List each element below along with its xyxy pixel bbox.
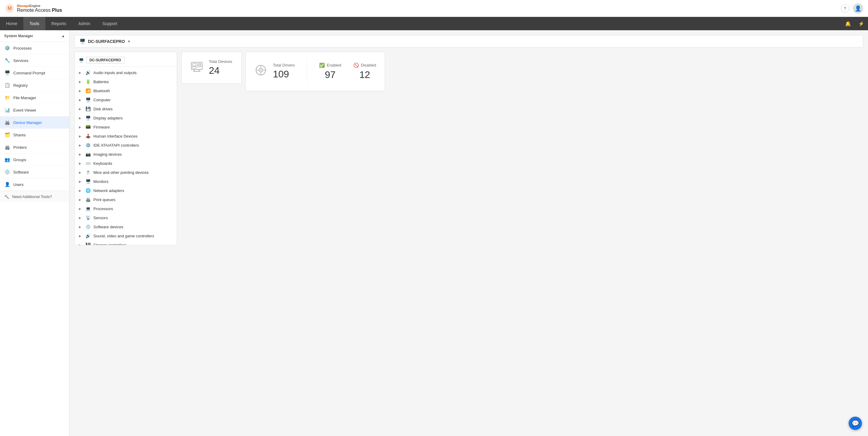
computer-icon: 🖥️ [85,97,91,102]
storage-controllers-icon: 💾 [85,242,91,245]
additional-tools-footer[interactable]: 🔨 Need Additional Tools? [0,191,69,202]
tree-item-sound-video[interactable]: ▶ 🔊 Sound, video and game controllers [75,231,177,240]
help-icon-button[interactable]: ? [841,4,849,13]
nav-home[interactable]: Home [0,17,23,30]
notification-icon[interactable]: 🔔 [841,17,855,30]
tree-label-sensors: Sensors [93,215,108,220]
top-bar: M ManageEngine Remote Access Plus ? 👤 [0,0,868,17]
nav-bar: Home Tools Reports Admin Support 🔔 ⚡ [0,17,868,30]
tree-label-imaging: Imaging devices [93,152,122,156]
sidebar-label-processes: Processes [13,46,32,51]
display-adapters-icon: 🖥️ [85,116,91,120]
nav-tools[interactable]: Tools [23,17,45,30]
bluetooth-icon: 📶 [85,88,91,93]
driver-stats-card: Total Drivers 109 ✅ Enabled 97 [245,52,385,91]
sidebar-item-groups[interactable]: 👥 Groups [0,154,69,166]
tree-item-storage-controllers[interactable]: ▶ 💾 Storage controllers [75,240,177,245]
device-tree-panel: 🖥️ DC-SURFACEPRO ▶ 🔊 Audio inputs and ou… [74,52,177,245]
main-content: 🖥️ DC-SURFACEPRO ▼ 🖥️ DC-SURFACEPRO ▶ 🔊 … [69,30,868,436]
registry-icon: 📋 [4,83,10,88]
tree-root-label: DC-SURFACEPRO [86,57,125,63]
sidebar-collapse-icon[interactable]: ▲ [61,34,65,38]
sensors-icon: 📡 [85,215,91,220]
total-devices-label: Total Devices [209,59,232,64]
svg-rect-9 [197,66,201,67]
sidebar-label-software: Software [13,170,29,174]
tree-arrow-firmware: ▶ [79,125,83,129]
additional-tools-label: Need Additional Tools? [12,195,52,199]
tree-label-bluetooth: Bluetooth [93,89,110,93]
tree-item-computer[interactable]: ▶ 🖥️ Computer [75,95,177,104]
processes-icon: ⚙️ [4,46,10,51]
tree-label-hid: Human Interface Devices [93,134,137,139]
user-avatar[interactable]: 👤 [853,3,863,13]
brand-name: ManageEngine [17,4,62,7]
tree-item-hid[interactable]: ▶ 🕹️ Human Interface Devices [75,132,177,141]
tree-arrow-network-adapters: ▶ [79,189,83,192]
nav-support[interactable]: Support [96,17,123,30]
enabled-value: 97 [325,69,336,81]
sidebar-label-device-manager: Device Manager [13,120,42,125]
enabled-header: ✅ Enabled [319,63,341,68]
tree-item-display-adapters[interactable]: ▶ 🖥️ Display adapters [75,113,177,122]
sidebar-item-processes[interactable]: ⚙️ Processes [0,42,69,54]
sidebar-label-registry: Registry [13,83,28,88]
tree-label-storage-controllers: Storage controllers [93,243,126,245]
tree-item-print-queues[interactable]: ▶ 🖨️ Print queues [75,195,177,204]
tree-item-software-devices[interactable]: ▶ 💿 Software devices [75,222,177,231]
shares-icon: 🗂️ [4,132,10,138]
tree-arrow-storage-controllers: ▶ [79,243,83,245]
sidebar-item-users[interactable]: 👤 Users [0,178,69,191]
sidebar-item-shares[interactable]: 🗂️ Shares [0,129,69,141]
tree-arrow-keyboards: ▶ [79,162,83,165]
stats-panel: Total Devices 24 [181,52,863,245]
sidebar-item-services[interactable]: 🔧 Services [0,54,69,67]
sidebar-item-command-prompt[interactable]: 🖥️ Command Prompt [0,67,69,79]
file-manager-icon: 📁 [4,95,10,100]
tree-arrow-display-adapters: ▶ [79,116,83,120]
tree-arrow-bluetooth: ▶ [79,89,83,92]
tree-label-audio: Audio inputs and outputs [93,70,136,75]
tree-item-disk-drives[interactable]: ▶ 💾 Disk drives [75,104,177,113]
tree-arrow-ide: ▶ [79,144,83,147]
sidebar-item-software[interactable]: 💿 Software [0,166,69,178]
tree-label-display-adapters: Display adapters [93,116,123,120]
tree-item-bluetooth[interactable]: ▶ 📶 Bluetooth [75,86,177,95]
tree-item-sensors[interactable]: ▶ 📡 Sensors [75,213,177,222]
tree-item-batteries[interactable]: ▶ 🔋 Batteries [75,77,177,86]
tree-item-monitors[interactable]: ▶ 🖥️ Monitors [75,177,177,186]
sidebar-item-printers[interactable]: 🖨️ Printers [0,141,69,154]
tree-arrow-disk-drives: ▶ [79,107,83,111]
enabled-stat: ✅ Enabled 97 [319,63,341,81]
tree-item-imaging[interactable]: ▶ 📷 Imaging devices [75,150,177,159]
tree-item-processors[interactable]: ▶ 💻 Processors [75,204,177,213]
tree-arrow-imaging: ▶ [79,153,83,156]
enabled-label: Enabled [327,63,341,67]
tree-arrow-hid: ▶ [79,135,83,138]
network-adapters-icon: 🌐 [85,188,91,193]
nav-reports[interactable]: Reports [45,17,72,30]
tree-item-mice[interactable]: ▶ 🖱️ Mice and other pointing devices [75,168,177,177]
tree-item-audio[interactable]: ▶ 🔊 Audio inputs and outputs [75,68,177,77]
sidebar-label-file-manager: File Manager [13,95,36,100]
tree-item-keyboards[interactable]: ▶ ⌨️ Keyboards [75,159,177,168]
tree-label-software-devices: Software devices [93,225,123,229]
tree-item-firmware[interactable]: ▶ 📟 Firmware [75,122,177,132]
sidebar-item-device-manager[interactable]: 🖨️ Device Manager [0,116,69,129]
tree-arrow-software-devices: ▶ [79,225,83,229]
nav-admin[interactable]: Admin [72,17,96,30]
software-devices-icon: 💿 [85,224,91,229]
chat-support-button[interactable]: 💬 [849,417,862,430]
sidebar-label-shares: Shares [13,133,26,137]
device-dropdown-arrow[interactable]: ▼ [127,39,130,43]
sidebar-item-file-manager[interactable]: 📁 File Manager [0,92,69,104]
tree-item-ide[interactable]: ▶ ⚙️ IDE ATA/ATAPI controllers [75,141,177,150]
tree-item-network-adapters[interactable]: ▶ 🌐 Network adapters [75,186,177,195]
sidebar-item-registry[interactable]: 📋 Registry [0,79,69,92]
sidebar-item-event-viewer[interactable]: 📊 Event Viewer [0,104,69,116]
sidebar-label-printers: Printers [13,145,27,150]
disabled-stat: 🚫 Disabled 12 [353,63,376,81]
sidebar-label-event-viewer: Event Viewer [13,108,36,113]
lightning-icon[interactable]: ⚡ [855,17,868,30]
sidebar-label-command-prompt: Command Prompt [13,71,45,75]
